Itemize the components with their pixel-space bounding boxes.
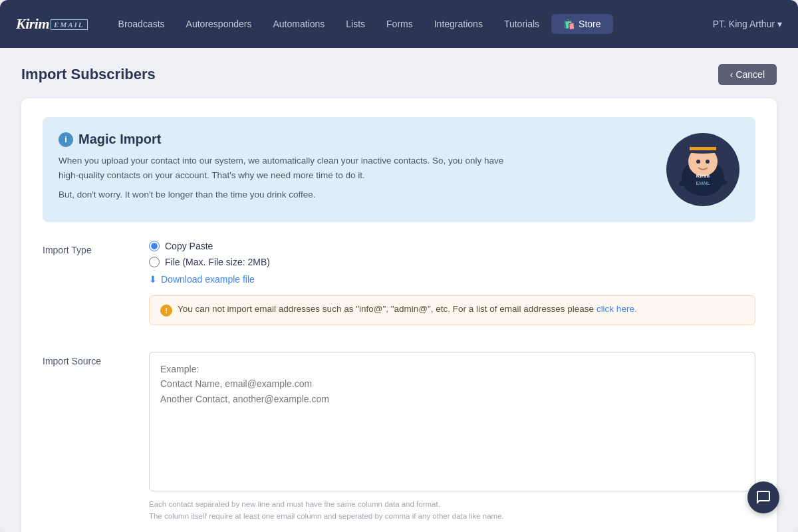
- nav-broadcasts[interactable]: Broadcasts: [109, 15, 174, 33]
- magic-banner: i Magic Import When you upload your cont…: [43, 117, 755, 222]
- magic-para2: But, don't worry. It won't be longer tha…: [59, 188, 511, 202]
- download-icon: ⬇: [149, 274, 157, 285]
- magic-title: i Magic Import: [59, 132, 650, 147]
- info-icon: i: [59, 132, 73, 147]
- nav-links: Broadcasts Autoresponders Automations Li…: [109, 14, 697, 34]
- radio-file-label: File (Max. File size: 2MB): [165, 257, 270, 267]
- store-label: Store: [579, 19, 600, 29]
- import-type-label: Import Type: [43, 241, 149, 255]
- magic-text: When you upload your contact into our sy…: [59, 154, 511, 202]
- magic-banner-content: i Magic Import When you upload your cont…: [59, 132, 650, 207]
- chat-icon: [755, 489, 771, 505]
- warning-box: ! You can not import email addresses suc…: [149, 295, 755, 325]
- warning-text-before: You can not import email addresses such …: [178, 304, 597, 314]
- nav-forms[interactable]: Forms: [377, 15, 422, 33]
- import-source-textarea[interactable]: [149, 352, 755, 491]
- logo-italic: Kirim: [16, 15, 49, 32]
- radio-group: Copy Paste File (Max. File size: 2MB): [149, 241, 755, 267]
- import-source-row: Import Source Each contact separated by …: [43, 352, 755, 523]
- import-type-controls: Copy Paste File (Max. File size: 2MB) ⬇ …: [149, 241, 755, 338]
- warning-text: You can not import email addresses such …: [178, 304, 637, 314]
- chat-button[interactable]: [747, 481, 779, 513]
- nav-lists[interactable]: Lists: [336, 15, 374, 33]
- cancel-button[interactable]: ‹ Cancel: [718, 64, 777, 85]
- import-helper-text: Each contact separated by new line and m…: [149, 498, 755, 523]
- import-source-controls: Each contact separated by new line and m…: [149, 352, 755, 523]
- radio-file-input[interactable]: [149, 257, 160, 267]
- svg-point-5: [696, 160, 700, 164]
- radio-file[interactable]: File (Max. File size: 2MB): [149, 257, 755, 267]
- page-header: Import Subscribers ‹ Cancel: [21, 64, 777, 85]
- import-card: i Magic Import When you upload your cont…: [21, 98, 777, 532]
- radio-copy-paste-input[interactable]: [149, 241, 160, 251]
- main-content: Import Subscribers ‹ Cancel i Magic Impo…: [0, 48, 798, 532]
- mascot-svg: Kirim EMAIL: [673, 136, 733, 203]
- import-type-row: Import Type Copy Paste File (Max. File s…: [43, 241, 755, 338]
- radio-copy-paste-label: Copy Paste: [165, 241, 213, 251]
- navbar: KirimEMAIL Broadcasts Autoresponders Aut…: [0, 0, 798, 48]
- warning-icon: !: [160, 305, 172, 317]
- logo-badge: EMAIL: [51, 19, 87, 30]
- store-button[interactable]: 🛍️ Store: [551, 14, 612, 34]
- mascot-circle: Kirim EMAIL: [666, 133, 739, 206]
- logo[interactable]: KirimEMAIL: [16, 15, 88, 33]
- helper-line1: Each contact separated by new line and m…: [149, 498, 755, 510]
- download-example-link[interactable]: ⬇ Download example file: [149, 274, 755, 285]
- download-example-text: Download example file: [161, 274, 255, 285]
- helper-line2: The column itself require at least one e…: [149, 510, 755, 522]
- magic-title-text: Magic Import: [78, 132, 161, 147]
- warning-click-here[interactable]: click here.: [597, 304, 637, 314]
- mascot: Kirim EMAIL: [666, 133, 739, 206]
- page-title: Import Subscribers: [21, 66, 156, 83]
- radio-copy-paste[interactable]: Copy Paste: [149, 241, 755, 251]
- svg-text:EMAIL: EMAIL: [696, 181, 710, 186]
- nav-tutorials[interactable]: Tutorials: [495, 15, 549, 33]
- svg-point-6: [706, 160, 710, 164]
- magic-para1: When you upload your contact into our sy…: [59, 154, 511, 182]
- store-icon: 🛍️: [563, 19, 575, 29]
- nav-autoresponders[interactable]: Autoresponders: [177, 15, 261, 33]
- import-source-label: Import Source: [43, 352, 149, 366]
- nav-automations[interactable]: Automations: [263, 15, 334, 33]
- logo-text: KirimEMAIL: [16, 15, 88, 33]
- nav-integrations[interactable]: Integrations: [425, 15, 492, 33]
- user-menu[interactable]: PT. King Arthur ▾: [713, 19, 782, 29]
- svg-text:Kirim: Kirim: [696, 173, 710, 179]
- svg-rect-4: [690, 147, 716, 150]
